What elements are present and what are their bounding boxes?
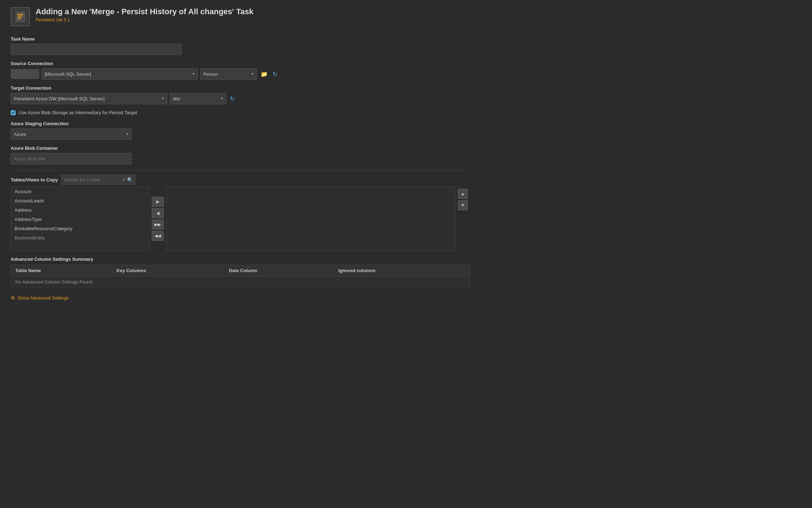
target-connection-select[interactable]: Persistent Azure DW [Microsoft SQL Serve… — [11, 93, 167, 104]
search-container: ✕ 🔍 — [61, 175, 135, 185]
source-thumbnail — [11, 69, 39, 79]
show-advanced-link[interactable]: Show Advanced Settings — [17, 295, 69, 301]
svg-rect-0 — [16, 12, 25, 21]
source-connection-section: Source Connection [Microsoft SQL Server]… — [11, 61, 470, 80]
svg-rect-3 — [17, 17, 22, 18]
page-header: Adding a New 'Merge - Persist History of… — [11, 7, 470, 26]
list-item[interactable]: AddressType — [11, 215, 149, 224]
move-all-left-button[interactable]: ◀◀ — [152, 231, 164, 241]
col-key-columns: Key Columns — [112, 265, 225, 276]
list-item[interactable]: AccountLeads — [11, 196, 149, 206]
svg-rect-1 — [17, 14, 23, 15]
task-name-input[interactable] — [11, 44, 182, 55]
selected-tables-list[interactable] — [166, 187, 456, 251]
page-title: Adding a New 'Merge - Persist History of… — [36, 7, 253, 16]
advanced-summary-section: Advanced Column Settings Summary Table N… — [11, 256, 470, 288]
search-input[interactable] — [64, 177, 121, 182]
blob-storage-checkbox[interactable] — [11, 110, 16, 115]
move-all-right-button[interactable]: ▶▶ — [152, 219, 164, 229]
summary-thead: Table Name Key Columns Date Column Ignor… — [11, 265, 470, 276]
source-connection-wrapper: [Microsoft SQL Server] — [41, 68, 198, 80]
list-item[interactable]: BookableResourceCategory — [11, 224, 149, 233]
source-schema-select[interactable]: Person — [200, 68, 257, 80]
source-connection-select[interactable]: [Microsoft SQL Server] — [41, 68, 198, 80]
azure-staging-label: Azure Staging Connection — [11, 121, 470, 126]
transfer-buttons: ▶ ◀ ▶▶ ◀◀ — [150, 187, 166, 251]
source-folder-button[interactable]: 📁 — [259, 70, 269, 78]
search-clear-icon[interactable]: ✕ — [122, 177, 126, 182]
divider — [11, 170, 470, 170]
task-name-label: Task Name — [11, 36, 470, 42]
move-left-button[interactable]: ◀ — [152, 208, 164, 218]
sort-down-button[interactable]: ▼ — [458, 200, 468, 210]
target-connection-section: Target Connection Persistent Azure DW [M… — [11, 85, 470, 104]
target-refresh-icon: ↻ — [230, 95, 235, 102]
azure-staging-wrapper: Azure — [11, 128, 132, 140]
list-item[interactable]: BusinessEntity — [11, 233, 149, 243]
move-right-button[interactable]: ▶ — [152, 197, 164, 207]
svg-rect-4 — [17, 18, 21, 19]
source-schema-wrapper: Person — [200, 68, 257, 80]
folder-icon: 📁 — [261, 71, 268, 78]
source-connection-row: [Microsoft SQL Server] Person 📁 ↻ — [11, 68, 470, 80]
azure-blob-input[interactable] — [11, 153, 132, 164]
azure-blob-label: Azure Blob Container — [11, 145, 470, 151]
header-text-block: Adding a New 'Merge - Persist History of… — [36, 7, 253, 22]
azure-blob-section: Azure Blob Container — [11, 145, 470, 164]
advanced-summary-label: Advanced Column Settings Summary — [11, 256, 470, 262]
refresh-icon: ↻ — [273, 71, 277, 78]
list-item[interactable]: Account — [11, 187, 149, 196]
list-item[interactable]: Address — [11, 206, 149, 215]
search-go-icon[interactable]: 🔍 — [127, 177, 133, 182]
source-connection-label: Source Connection — [11, 61, 470, 66]
summary-no-data-row: No Advanced Column Settings Found — [11, 276, 470, 288]
source-refresh-button[interactable]: ↻ — [271, 70, 279, 78]
summary-table: Table Name Key Columns Date Column Ignor… — [11, 265, 470, 288]
task-icon — [11, 7, 30, 26]
blob-checkbox-label[interactable]: Use Azure Blob Storage as Intermediary f… — [19, 110, 137, 115]
azure-staging-select[interactable]: Azure — [11, 128, 132, 140]
col-date-column: Date Column — [225, 265, 334, 276]
summary-tbody: No Advanced Column Settings Found — [11, 276, 470, 288]
target-refresh-button[interactable]: ↻ — [229, 95, 236, 103]
sort-up-button[interactable]: ▲ — [458, 189, 468, 199]
blob-checkbox-row: Use Azure Blob Storage as Intermediary f… — [11, 110, 470, 115]
summary-no-data-cell: No Advanced Column Settings Found — [11, 276, 470, 288]
gear-icon: ⚙ — [11, 295, 15, 301]
svg-rect-2 — [17, 16, 23, 16]
tables-header: Tables/Views to Copy ✕ 🔍 — [11, 175, 470, 185]
page-subtitle: Persistent Job 5.1 — [36, 17, 253, 22]
footer: ⚙ Show Advanced Settings — [11, 295, 470, 301]
tables-transfer: Account AccountLeads Address AddressType… — [11, 187, 470, 251]
target-connection-row: Persistent Azure DW [Microsoft SQL Serve… — [11, 93, 470, 104]
target-connection-wrapper: Persistent Azure DW [Microsoft SQL Serve… — [11, 93, 167, 104]
task-name-section: Task Name — [11, 36, 470, 55]
sort-buttons: ▲ ▼ — [456, 187, 470, 251]
azure-staging-section: Azure Staging Connection Azure — [11, 121, 470, 140]
tables-label: Tables/Views to Copy — [11, 177, 58, 182]
col-ignored-columns: Ignored columns — [334, 265, 470, 276]
target-connection-label: Target Connection — [11, 85, 470, 91]
tables-section: Tables/Views to Copy ✕ 🔍 Account Account… — [11, 175, 470, 251]
target-schema-wrapper: dbo — [169, 93, 226, 104]
summary-header-row: Table Name Key Columns Date Column Ignor… — [11, 265, 470, 276]
available-tables-list[interactable]: Account AccountLeads Address AddressType… — [11, 187, 150, 251]
target-schema-select[interactable]: dbo — [169, 93, 226, 104]
col-table-name: Table Name — [11, 265, 112, 276]
